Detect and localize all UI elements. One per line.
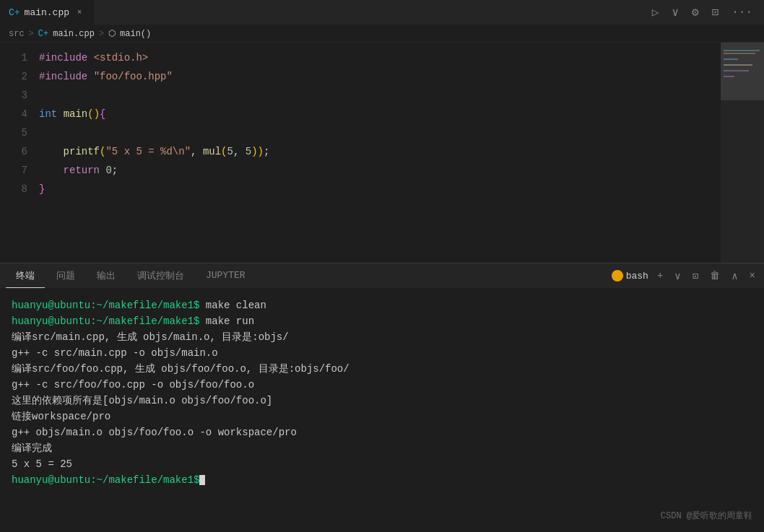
breadcrumb: src > C+ main.cpp > ⬡ main()	[0, 25, 764, 43]
terminal-dropdown-icon[interactable]: ∨	[672, 268, 683, 284]
layout-icon[interactable]: ⊡	[709, 2, 722, 22]
terminal-line-1: huanyu@ubuntu:~/makefile/make1$ make cle…	[12, 297, 752, 313]
token-space	[87, 48, 93, 67]
token-space4	[100, 161, 105, 180]
terminal-out-1: 编译src/main.cpp, 生成 objs/main.o, 目录是:objs…	[12, 331, 289, 343]
line-num-6: 6	[0, 142, 27, 161]
token-return: return	[64, 161, 100, 180]
line-num-1: 1	[0, 48, 27, 67]
token-include-2: #include	[39, 67, 87, 86]
terminal-line-4: g++ -c src/main.cpp -o objs/main.o	[12, 345, 752, 361]
terminal-prompt-final: huanyu@ubuntu:~/makefile/make1$	[12, 474, 199, 486]
token-semi-2: ;	[112, 161, 118, 180]
code-editor: 1 2 3 4 5 6 7 8 #include <stdio.h> #incl…	[0, 43, 764, 263]
minimap-viewport	[721, 43, 764, 100]
breadcrumb-src: src	[9, 29, 25, 39]
token-header-1: <stdio.h>	[94, 48, 149, 67]
split-terminal-icon[interactable]: ⊡	[690, 268, 701, 284]
add-terminal-icon[interactable]: +	[654, 268, 666, 284]
chevron-up-icon[interactable]: ∧	[729, 268, 740, 284]
line-num-7: 7	[0, 161, 27, 180]
tab-bar-left: C+ main.cpp ×	[0, 0, 95, 25]
code-line-2: #include "foo/foo.hpp"	[39, 67, 721, 86]
token-paren-1: ()	[87, 105, 100, 123]
panel-tab-jupyter[interactable]: JUPYTER	[196, 263, 256, 288]
minimap	[721, 43, 764, 263]
token-comma-1: ,	[191, 142, 203, 161]
terminal-line-6: g++ -c src/foo/foo.cpp -o objs/foo/foo.o	[12, 377, 752, 393]
terminal-line-7: 这里的依赖项所有是[objs/main.o objs/foo/foo.o]	[12, 393, 752, 409]
terminal-out-9: 5 x 5 = 25	[12, 458, 72, 470]
token-indent-2	[39, 161, 64, 180]
terminal-line-5: 编译src/foo/foo.cpp, 生成 objs/foo/foo.o, 目录…	[12, 361, 752, 377]
line-num-2: 2	[0, 67, 27, 86]
tab-main-cpp[interactable]: C+ main.cpp ×	[0, 0, 95, 25]
tab-bar-right: ▷ ∨ ⚙ ⊡ ···	[649, 2, 764, 22]
terminal-line-11: 5 x 5 = 25	[12, 456, 752, 472]
close-panel-icon[interactable]: ×	[747, 268, 758, 284]
token-space3	[57, 105, 63, 123]
line-num-8: 8	[0, 180, 27, 199]
terminal-line-12: huanyu@ubuntu:~/makefile/make1$	[12, 472, 752, 488]
terminal-line-3: 编译src/main.cpp, 生成 objs/main.o, 目录是:objs…	[12, 329, 752, 345]
token-num-5b: 5	[246, 142, 251, 161]
tab-close-button[interactable]: ×	[74, 6, 85, 18]
token-brace-close: }	[39, 180, 45, 199]
code-content[interactable]: #include <stdio.h> #include "foo/foo.hpp…	[36, 43, 721, 263]
panel-tab-problems[interactable]: 问题	[46, 263, 85, 288]
more-icon[interactable]: ···	[729, 3, 755, 22]
terminal-cmd-1: make clean	[199, 300, 266, 311]
terminal-panel: 终端 问题 输出 调试控制台 JUPYTER bash + ∨ ⊡ 🗑 ∧ × …	[0, 263, 764, 532]
token-fmt-str: "5 x 5 = %d\n"	[105, 142, 191, 161]
breadcrumb-sep1: >	[29, 29, 34, 39]
settings-icon[interactable]: ⚙	[689, 2, 702, 22]
watermark: CSDN @爱听歌的周童鞋	[661, 510, 752, 522]
token-paren-5: )	[258, 142, 264, 161]
line-num-3: 3	[0, 86, 27, 105]
panel-tab-output[interactable]: 输出	[87, 263, 126, 288]
panel-tab-bar: 终端 问题 输出 调试控制台 JUPYTER bash + ∨ ⊡ 🗑 ∧ ×	[0, 263, 764, 289]
token-semi-1: ;	[264, 142, 269, 161]
token-num-5a: 5	[227, 142, 233, 161]
panel-tab-debug[interactable]: 调试控制台	[127, 263, 194, 288]
code-line-7: return 0;	[39, 161, 721, 180]
token-str-1: "foo/foo.hpp"	[94, 67, 173, 86]
token-mul: mul	[203, 142, 221, 161]
code-line-3	[39, 86, 721, 105]
panel-tabs-right: bash + ∨ ⊡ 🗑 ∧ ×	[612, 268, 758, 284]
run-dropdown-icon[interactable]: ∨	[669, 2, 682, 22]
terminal-content[interactable]: huanyu@ubuntu:~/makefile/make1$ make cle…	[0, 289, 764, 532]
terminal-out-5: 这里的依赖项所有是[objs/main.o objs/foo/foo.o]	[12, 395, 272, 406]
line-numbers: 1 2 3 4 5 6 7 8	[0, 43, 36, 263]
terminal-line-9: g++ objs/main.o objs/foo/foo.o -o worksp…	[12, 424, 752, 440]
token-int: int	[39, 105, 57, 123]
terminal-prompt-1: huanyu@ubuntu:~/makefile/make1$	[12, 300, 199, 311]
token-main: main	[64, 105, 88, 123]
token-space2	[87, 67, 93, 86]
token-comma-2: ,	[233, 142, 246, 161]
code-line-4: int main(){	[39, 105, 721, 123]
cpp-file-icon: C+	[9, 7, 20, 18]
token-paren-4: )	[251, 142, 257, 161]
terminal-out-6: 链接workspace/pro	[12, 411, 110, 422]
code-line-6: printf("5 x 5 = %d\n", mul(5, 5));	[39, 142, 721, 161]
delete-terminal-icon[interactable]: 🗑	[707, 268, 723, 284]
terminal-line-8: 链接workspace/pro	[12, 409, 752, 424]
bash-badge: bash	[612, 270, 648, 282]
bash-label: bash	[626, 271, 648, 282]
code-line-8: }	[39, 180, 721, 199]
terminal-out-2: g++ -c src/main.cpp -o objs/main.o	[12, 347, 218, 359]
token-include-1: #include	[39, 48, 87, 67]
bash-icon	[612, 270, 623, 282]
token-paren-2: (	[100, 142, 105, 161]
tab-filename: main.cpp	[25, 7, 69, 18]
token-paren-3: (	[221, 142, 227, 161]
run-icon[interactable]: ▷	[649, 2, 662, 22]
terminal-cursor	[199, 475, 205, 485]
code-line-5	[39, 123, 721, 142]
terminal-out-4: g++ -c src/foo/foo.cpp -o objs/foo/foo.o	[12, 379, 254, 391]
line-num-5: 5	[0, 123, 27, 142]
terminal-line-10: 编译完成	[12, 440, 752, 456]
breadcrumb-func-icon: ⬡	[108, 28, 116, 39]
panel-tab-terminal[interactable]: 终端	[6, 263, 45, 288]
